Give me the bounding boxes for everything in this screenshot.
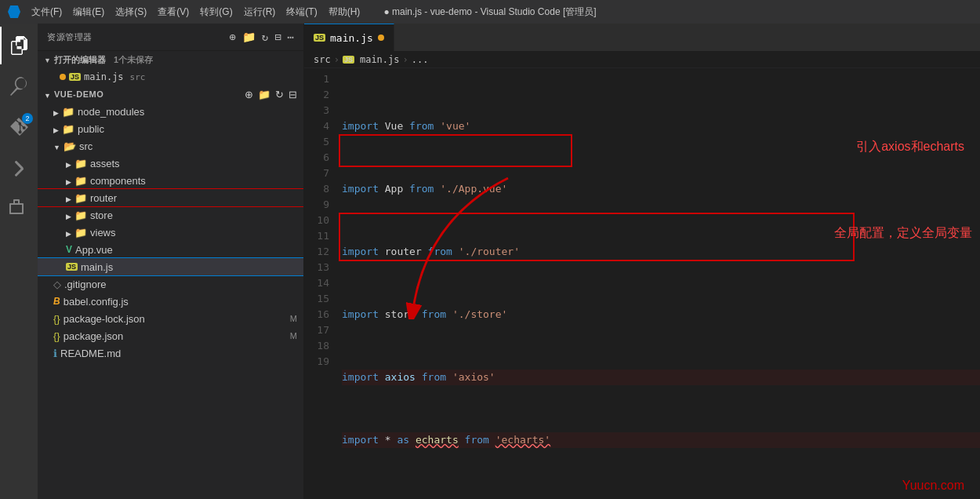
collapse-icon[interactable]: ⊟: [274, 31, 281, 43]
menu-item[interactable]: 查看(V): [158, 5, 189, 19]
store-chevron: [66, 209, 71, 221]
babel-config-label: babel.config.js: [64, 296, 129, 308]
root-actions: ⊕ 📁 ↻ ⊟: [245, 89, 297, 100]
breadcrumb-file: main.js: [360, 54, 400, 65]
package-json-label: package.json: [64, 330, 124, 342]
sidebar-title: 资源管理器: [47, 31, 93, 43]
tree-public[interactable]: 📁 public: [38, 120, 303, 137]
views-label: views: [90, 227, 116, 239]
menu-bar[interactable]: 文件(F)编辑(E)选择(S)查看(V)转到(G)运行(R)终端(T)帮助(H): [31, 5, 360, 19]
folder-icon: 📁: [74, 158, 87, 169]
window-title: ● main.js - vue-demo - Visual Studio Cod…: [383, 5, 596, 19]
app-vue-label: App.vue: [75, 244, 113, 256]
js-icon: JS: [66, 263, 78, 271]
menu-item[interactable]: 编辑(E): [73, 5, 104, 19]
menu-item[interactable]: 选择(S): [115, 5, 147, 19]
code-editor[interactable]: 1 2 3 4 5 6 7 8 9 10 11 12 13 14 15 16 1…: [304, 68, 980, 499]
tab-label: main.js: [330, 32, 373, 44]
babel-icon: B: [53, 296, 60, 307]
collapse-btn[interactable]: ⊟: [289, 89, 297, 100]
tab-bar: JS main.js: [304, 24, 980, 51]
new-file-btn[interactable]: ⊕: [245, 89, 253, 100]
router-label: router: [90, 192, 117, 204]
menu-item[interactable]: 帮助(H): [328, 5, 361, 19]
tree-main-js[interactable]: JS main.js: [38, 258, 303, 275]
node-modules-chevron: [53, 106, 59, 118]
package-lock-label: package-lock.json: [64, 313, 145, 325]
more-icon[interactable]: ⋯: [288, 31, 294, 43]
code-line-7: [342, 495, 980, 499]
main-js-label: main.js: [81, 261, 113, 273]
folder-icon: 📁: [74, 209, 87, 221]
activity-search[interactable]: [0, 67, 38, 105]
code-line-4: import store from './store': [342, 307, 980, 322]
annotation-import: 引入axios和echarts: [856, 139, 964, 155]
folder-icon: 📁: [62, 123, 74, 135]
code-line-6: import * as echarts from 'echarts': [342, 432, 980, 448]
vscode-logo-icon: [8, 5, 20, 18]
tree-views[interactable]: 📁 views: [38, 224, 303, 241]
vue-icon: V: [66, 244, 72, 255]
new-folder-icon[interactable]: 📁: [242, 31, 256, 43]
json-icon: {}: [53, 313, 60, 325]
tree-router[interactable]: 📁 router: [38, 189, 303, 206]
breadcrumb-js-icon: JS: [343, 56, 354, 64]
folder-icon: 📁: [74, 192, 87, 204]
breadcrumb-sep2: ›: [403, 54, 408, 65]
menu-item[interactable]: 终端(T): [286, 5, 317, 19]
tree-package-lock[interactable]: {} package-lock.json M: [38, 310, 303, 327]
activity-bar: 2: [0, 24, 38, 499]
tree-babel-config[interactable]: B babel.config.js: [38, 293, 303, 310]
tree-readme[interactable]: ℹ README.md: [38, 344, 303, 362]
new-file-icon[interactable]: ⊕: [229, 31, 235, 43]
tab-main-js[interactable]: JS main.js: [304, 24, 394, 51]
open-editor-path: src: [130, 72, 146, 82]
gitignore-label: .gitignore: [64, 279, 106, 290]
code-line-3: import router from './router': [342, 244, 980, 260]
title-bar: 文件(F)编辑(E)选择(S)查看(V)转到(G)运行(R)终端(T)帮助(H)…: [0, 0, 980, 24]
tree-src[interactable]: 📂 src: [38, 137, 303, 155]
assets-chevron: [66, 158, 71, 169]
new-folder-btn[interactable]: 📁: [258, 89, 270, 100]
open-editors-count: 1个未保存: [114, 54, 153, 66]
activity-git[interactable]: 2: [0, 108, 38, 146]
tree-app-vue[interactable]: V App.vue: [38, 241, 303, 258]
line-numbers: 1 2 3 4 5 6 7 8 9 10 11 12 13 14 15 16 1…: [304, 68, 339, 499]
sidebar-actions[interactable]: ⊕ 📁 ↻ ⊟ ⋯: [229, 31, 294, 43]
assets-label: assets: [90, 158, 120, 169]
menu-item[interactable]: 文件(F): [31, 5, 62, 19]
views-chevron: [66, 227, 71, 239]
readme-label: README.md: [60, 348, 121, 359]
tree-components[interactable]: 📁 components: [38, 172, 303, 189]
open-editors-section[interactable]: 打开的编辑器 1个未保存: [38, 51, 303, 68]
menu-item[interactable]: 运行(R): [244, 5, 276, 19]
tree-gitignore[interactable]: ◇ .gitignore: [38, 275, 303, 293]
activity-explorer[interactable]: [0, 27, 38, 64]
activity-run[interactable]: [0, 149, 38, 187]
src-label: src: [79, 140, 93, 152]
menu-item[interactable]: 转到(G): [200, 5, 232, 19]
breadcrumb-more: ...: [412, 54, 429, 65]
breadcrumb-sep1: ›: [334, 54, 339, 65]
tree-store[interactable]: 📁 store: [38, 206, 303, 224]
activity-extensions[interactable]: [0, 190, 38, 228]
tree-assets[interactable]: 📁 assets: [38, 155, 303, 172]
refresh-btn[interactable]: ↻: [275, 89, 284, 100]
node-modules-label: node_modules: [78, 106, 144, 118]
tree-root-vue-demo[interactable]: VUE-DEMO ⊕ 📁 ↻ ⊟: [38, 86, 303, 103]
folder-icon: 📁: [74, 227, 87, 239]
refresh-icon[interactable]: ↻: [262, 31, 268, 43]
open-editor-mainjs[interactable]: JS main.js src: [38, 68, 303, 86]
src-chevron: [53, 140, 60, 152]
store-label: store: [90, 209, 113, 221]
root-chevron: [44, 89, 51, 100]
json-icon: {}: [53, 330, 60, 342]
code-line-2: import App from './App.vue': [342, 181, 980, 197]
code-line-5: import axios from 'axios': [342, 370, 980, 385]
folder-open-icon: 📂: [64, 140, 76, 152]
tree-package-json[interactable]: {} package.json M: [38, 327, 303, 344]
open-editors-label: 打开的编辑器: [54, 54, 106, 66]
sidebar-header: 资源管理器 ⊕ 📁 ↻ ⊟ ⋯: [38, 24, 303, 51]
code-content[interactable]: import Vue from 'vue' import App from '.…: [339, 68, 980, 499]
tree-node-modules[interactable]: 📁 node_modules: [38, 103, 303, 120]
